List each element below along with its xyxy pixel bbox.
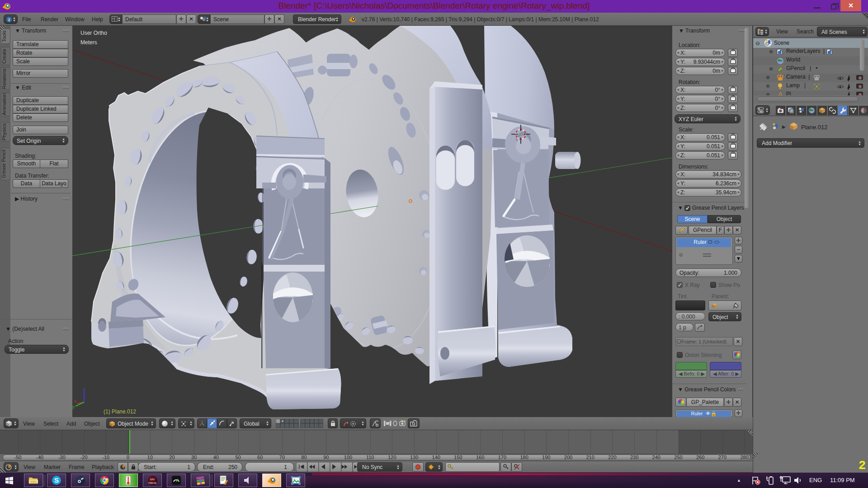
svg-text:User Ortho: User Ortho xyxy=(80,30,107,36)
svg-text:i: i xyxy=(8,17,9,22)
svg-text:(1) Plane.012: (1) Plane.012 xyxy=(104,408,136,415)
svg-text:z: z xyxy=(83,387,85,392)
svg-text:y: y xyxy=(72,404,75,409)
svg-text:x: x xyxy=(74,399,76,404)
svg-text:Meters: Meters xyxy=(80,39,97,46)
